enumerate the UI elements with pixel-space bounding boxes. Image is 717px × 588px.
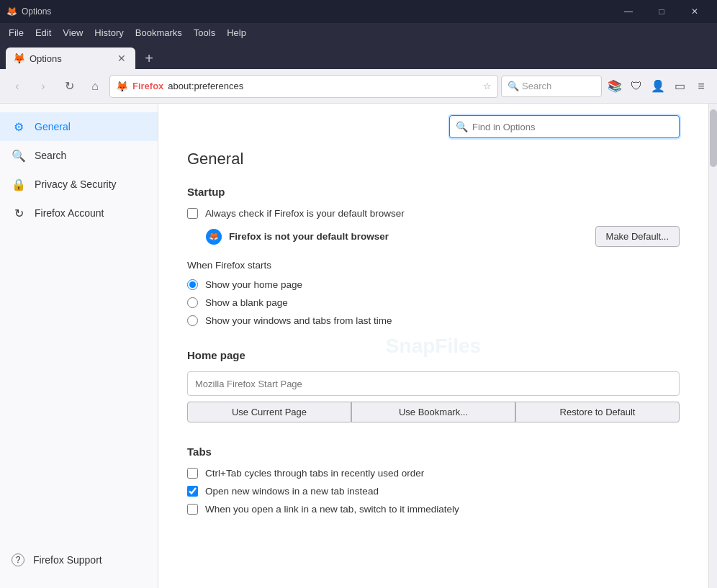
- sidebar-label-general: General: [35, 121, 71, 132]
- startup-section-title: Startup: [187, 186, 680, 198]
- scroll-thumb[interactable]: [710, 109, 717, 167]
- nav-bar: ‹ › ↻ ⌂ 🦊 Firefox about:preferences ☆ 🔍 …: [0, 69, 717, 104]
- nav-right-icons: 📚 🛡 👤 ▭ ≡: [605, 76, 711, 96]
- sidebar-label-support: Firefox Support: [33, 554, 102, 566]
- maximize-button[interactable]: □: [645, 0, 678, 23]
- sidebar: ⚙ General 🔍 Search 🔒 Privacy & Security …: [0, 104, 158, 588]
- find-bar-container: 🔍: [187, 104, 680, 144]
- ctrl-tab-checkbox[interactable]: [187, 468, 198, 479]
- url-bar[interactable]: 🦊 Firefox about:preferences ☆: [109, 75, 498, 98]
- new-window-label: Open new windows in a new tab instead: [205, 486, 379, 497]
- sidebar-label-privacy: Privacy & Security: [35, 178, 117, 190]
- homepage-input[interactable]: [187, 371, 680, 396]
- radio-show-blank-input[interactable]: [187, 297, 198, 308]
- sidebar-label-search: Search: [35, 150, 66, 161]
- menu-view[interactable]: View: [57, 26, 89, 40]
- menu-file[interactable]: File: [3, 26, 30, 40]
- sidebar-item-search[interactable]: 🔍 Search: [0, 141, 158, 170]
- switch-tab-label: When you open a link in a new tab, switc…: [205, 504, 459, 515]
- tabs-section-title: Tabs: [187, 445, 680, 458]
- homepage-section-title: Home page: [187, 349, 680, 361]
- reload-button[interactable]: ↻: [58, 75, 81, 98]
- forward-button[interactable]: ›: [32, 75, 55, 98]
- switch-tab-row: When you open a link in a new tab, switc…: [187, 504, 680, 515]
- tab-close-button[interactable]: ✕: [115, 52, 128, 65]
- search-placeholder: Search: [522, 81, 551, 91]
- question-icon: ?: [12, 553, 24, 566]
- sidebar-item-support[interactable]: ? Firefox Support: [0, 546, 158, 574]
- when-starts-row: When Firefox starts Show your home page …: [187, 260, 680, 326]
- check-default-row: Always check if Firefox is your default …: [187, 208, 680, 219]
- menu-help[interactable]: Help: [221, 26, 252, 40]
- tabs-section: Tabs Ctrl+Tab cycles through tabs in rec…: [187, 445, 680, 515]
- menu-bar: File Edit View History Bookmarks Tools H…: [0, 23, 717, 42]
- title-bar: 🦊 Options — □ ✕: [0, 0, 717, 23]
- window-controls: — □ ✕: [612, 0, 711, 23]
- ctrl-tab-label: Ctrl+Tab cycles through tabs in recently…: [205, 468, 424, 479]
- main-container: ⚙ General 🔍 Search 🔒 Privacy & Security …: [0, 104, 717, 588]
- scrollbar[interactable]: [708, 104, 717, 588]
- when-starts-label: When Firefox starts: [187, 260, 680, 271]
- tab-firefox-icon: 🦊: [13, 53, 25, 64]
- radio-show-home-input[interactable]: [187, 279, 198, 290]
- back-button[interactable]: ‹: [6, 75, 29, 98]
- minimize-button[interactable]: —: [612, 0, 645, 23]
- search-bar[interactable]: 🔍 Search: [501, 76, 602, 97]
- library-icon[interactable]: 📚: [605, 76, 625, 96]
- url-text: about:preferences: [168, 81, 479, 91]
- radio-show-last: Show your windows and tabs from last tim…: [187, 315, 680, 326]
- close-button[interactable]: ✕: [678, 0, 711, 23]
- tab-options[interactable]: 🦊 Options ✕: [6, 48, 135, 69]
- ctrl-tab-row: Ctrl+Tab cycles through tabs in recently…: [187, 468, 680, 479]
- radio-show-home-label: Show your home page: [205, 279, 302, 290]
- find-input[interactable]: [472, 122, 673, 132]
- new-tab-button[interactable]: +: [138, 48, 160, 69]
- sidebar-toggle-icon[interactable]: ▭: [669, 76, 690, 96]
- menu-tools[interactable]: Tools: [188, 26, 221, 40]
- not-default-text: Firefox is not your default browser: [229, 231, 588, 242]
- page-title: General: [187, 150, 680, 168]
- tab-bar: 🦊 Options ✕ +: [0, 42, 717, 69]
- restore-default-button[interactable]: Restore to Default: [515, 402, 680, 422]
- account-icon[interactable]: 👤: [648, 76, 668, 96]
- find-icon: 🔍: [456, 121, 468, 132]
- tab-title: Options: [30, 53, 111, 64]
- radio-show-home: Show your home page: [187, 279, 680, 290]
- content-area: SnapFiles 🔍 General Startup Always check…: [158, 104, 708, 588]
- make-default-button[interactable]: Make Default...: [595, 226, 680, 247]
- new-window-checkbox[interactable]: [187, 486, 198, 497]
- menu-history[interactable]: History: [89, 26, 129, 40]
- radio-show-blank: Show a blank page: [187, 297, 680, 308]
- gear-icon: ⚙: [12, 119, 26, 134]
- menu-edit[interactable]: Edit: [30, 26, 57, 40]
- check-default-label: Always check if Firefox is your default …: [205, 208, 405, 219]
- shield-icon[interactable]: 🛡: [626, 76, 646, 96]
- not-default-row: 🦊 Firefox is not your default browser Ma…: [206, 226, 680, 247]
- sidebar-item-account[interactable]: ↻ Firefox Account: [0, 199, 158, 227]
- sidebar-label-account: Firefox Account: [35, 207, 104, 219]
- use-bookmark-button[interactable]: Use Bookmark...: [351, 402, 515, 422]
- sidebar-item-privacy[interactable]: 🔒 Privacy & Security: [0, 170, 158, 199]
- radio-section: Show your home page Show a blank page Sh…: [187, 279, 680, 326]
- lock-icon: 🔒: [12, 177, 26, 191]
- radio-show-last-label: Show your windows and tabs from last tim…: [205, 315, 392, 326]
- homepage-buttons: Use Current Page Use Bookmark... Restore…: [187, 402, 680, 422]
- homepage-section: Home page Use Current Page Use Bookmark.…: [187, 349, 680, 422]
- check-default-checkbox[interactable]: [187, 208, 198, 219]
- use-current-page-button[interactable]: Use Current Page: [187, 402, 351, 422]
- radio-show-last-input[interactable]: [187, 315, 198, 326]
- find-in-options-bar[interactable]: 🔍: [449, 115, 680, 138]
- menu-bookmarks[interactable]: Bookmarks: [130, 26, 188, 40]
- startup-section: Startup Always check if Firefox is your …: [187, 186, 680, 326]
- sidebar-bottom: ? Firefox Support: [0, 546, 158, 579]
- url-brand: Firefox: [132, 81, 163, 91]
- search-icon: 🔍: [12, 148, 26, 163]
- menu-icon[interactable]: ≡: [691, 76, 711, 96]
- sidebar-item-general[interactable]: ⚙ General: [0, 112, 158, 141]
- home-button[interactable]: ⌂: [84, 75, 107, 98]
- new-window-row: Open new windows in a new tab instead: [187, 486, 680, 497]
- sync-icon: ↻: [12, 206, 26, 220]
- bookmark-icon[interactable]: ☆: [483, 81, 492, 91]
- search-icon: 🔍: [508, 81, 519, 91]
- switch-tab-checkbox[interactable]: [187, 504, 198, 515]
